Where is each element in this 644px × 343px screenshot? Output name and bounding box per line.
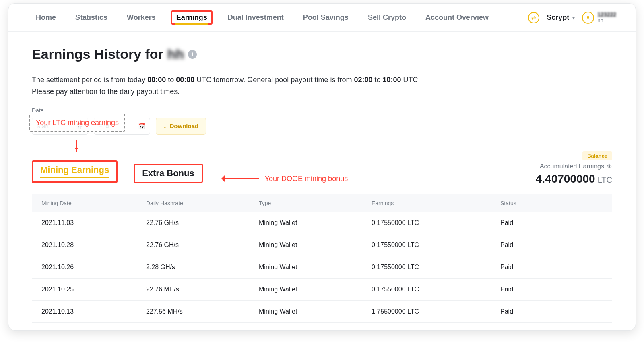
title-user: hh (167, 46, 184, 62)
annotation-doge: Your DOGE mining bonus (265, 175, 348, 183)
cell-type: Mining Wallet (259, 264, 372, 271)
download-label: Download (170, 123, 199, 129)
nav-home[interactable]: Home (32, 11, 60, 24)
cell-date: 2021.11.03 (41, 219, 146, 227)
table-row: 2021.10.262.28 GH/sMining Wallet0.175500… (32, 256, 612, 279)
tabs-row: Mining Earnings Extra Bonus Your DOGE mi… (32, 160, 612, 183)
algorithm-label: Scrypt (547, 13, 569, 22)
cell-earn: 0.17550000 LTC (372, 219, 500, 227)
settlement-description: The settlement period is from today 00:0… (32, 74, 495, 98)
calendar-icon: 📅 (138, 123, 146, 130)
col-mining-date: Mining Date (41, 200, 146, 206)
cell-status: Paid (500, 264, 603, 271)
cell-hash: 2.28 GH/s (146, 264, 259, 271)
tab-extra-bonus[interactable]: Extra Bonus (134, 164, 203, 183)
cell-date: 2021.10.28 (41, 241, 146, 249)
nav-dual-investment[interactable]: Dual Investment (224, 11, 288, 24)
cell-hash: 22.76 MH/s (146, 286, 259, 293)
nav-workers[interactable]: Workers (123, 11, 160, 24)
user-id: 123222 (597, 12, 616, 18)
right-stats: Balance Accumulated Earnings 👁 4.4070000… (536, 151, 612, 185)
download-icon: ↓ (163, 123, 167, 129)
topbar: Home Statistics Workers Earnings Dual In… (8, 4, 636, 32)
table-body: 2021.11.0322.76 GH/sMining Wallet0.17550… (32, 212, 612, 323)
nav-account-overview[interactable]: Account Overview (421, 11, 493, 24)
accumulated-value: 4.40700000LTC (536, 173, 612, 185)
eye-icon[interactable]: 👁 (607, 163, 612, 170)
cell-type: Mining Wallet (259, 219, 372, 227)
annotation-ltc: Your LTC mining earnings (29, 114, 125, 132)
nav: Home Statistics Workers Earnings Dual In… (16, 10, 493, 25)
earnings-table: Mining Date Daily Hashrate Type Earnings… (32, 194, 612, 323)
date-row: Your LTC mining earnings Start 📅 End 📅 ↓… (32, 118, 612, 135)
download-button[interactable]: ↓ Download (156, 118, 206, 135)
svg-point-0 (587, 16, 589, 18)
cell-hash: 227.56 MH/s (146, 308, 259, 315)
user-block[interactable]: 123222 hh (582, 12, 616, 24)
user-text: 123222 hh (597, 12, 616, 24)
topbar-right: ⇄ Scrypt ▾ 123222 hh (528, 12, 628, 24)
col-earnings: Earnings (372, 200, 500, 206)
algorithm-select[interactable]: Scrypt ▾ (547, 13, 575, 22)
col-daily-hashrate: Daily Hashrate (146, 200, 259, 206)
tab-mining-earnings[interactable]: Mining Earnings (32, 160, 118, 183)
cell-type: Mining Wallet (259, 241, 372, 249)
cell-date: 2021.10.13 (41, 308, 146, 315)
annotation-arrow-down (76, 140, 77, 152)
cell-date: 2021.10.26 (41, 264, 146, 271)
swap-icon[interactable]: ⇄ (528, 12, 539, 23)
cell-date: 2021.10.25 (41, 286, 146, 293)
table-row: 2021.10.2522.76 MH/sMining Wallet0.17550… (32, 279, 612, 301)
date-label: Date (32, 107, 612, 114)
accumulated-label: Accumulated Earnings 👁 (540, 163, 612, 170)
chevron-down-icon: ▾ (572, 15, 575, 21)
arrow-line (223, 178, 259, 179)
user-sub: hh (597, 18, 616, 23)
cell-status: Paid (500, 308, 603, 315)
cell-status: Paid (500, 286, 603, 293)
cell-type: Mining Wallet (259, 286, 372, 293)
cell-status: Paid (500, 241, 603, 249)
table-row: 2021.10.2822.76 GH/sMining Wallet0.17550… (32, 234, 612, 256)
nav-sell-crypto[interactable]: Sell Crypto (364, 11, 410, 24)
user-avatar-icon (582, 12, 594, 24)
cell-earn: 0.17550000 LTC (372, 264, 500, 271)
col-status: Status (500, 200, 603, 206)
title-prefix: Earnings History for (32, 46, 163, 62)
main-window: Home Statistics Workers Earnings Dual In… (8, 3, 636, 331)
cell-earn: 0.17550000 LTC (372, 286, 500, 293)
nav-statistics[interactable]: Statistics (71, 11, 111, 24)
cell-type: Mining Wallet (259, 308, 372, 315)
info-icon[interactable]: i (188, 50, 197, 59)
nav-pool-savings[interactable]: Pool Savings (299, 11, 353, 24)
cell-hash: 22.76 GH/s (146, 241, 259, 249)
cell-hash: 22.76 GH/s (146, 219, 259, 227)
content: Earnings History for hh i The settlement… (8, 32, 636, 323)
table-row: 2021.10.13227.56 MH/sMining Wallet1.7550… (32, 301, 612, 323)
page-title: Earnings History for hh i (32, 46, 612, 62)
balance-badge[interactable]: Balance (582, 151, 612, 160)
cell-earn: 0.17550000 LTC (372, 241, 500, 249)
annotation-doge-arrow: Your DOGE mining bonus (223, 175, 348, 183)
nav-earnings[interactable]: Earnings (171, 10, 213, 25)
col-type: Type (259, 200, 372, 206)
table-header: Mining Date Daily Hashrate Type Earnings… (32, 194, 612, 212)
table-row: 2021.11.0322.76 GH/sMining Wallet0.17550… (32, 212, 612, 234)
cell-earn: 1.75500000 LTC (372, 308, 500, 315)
cell-status: Paid (500, 219, 603, 227)
